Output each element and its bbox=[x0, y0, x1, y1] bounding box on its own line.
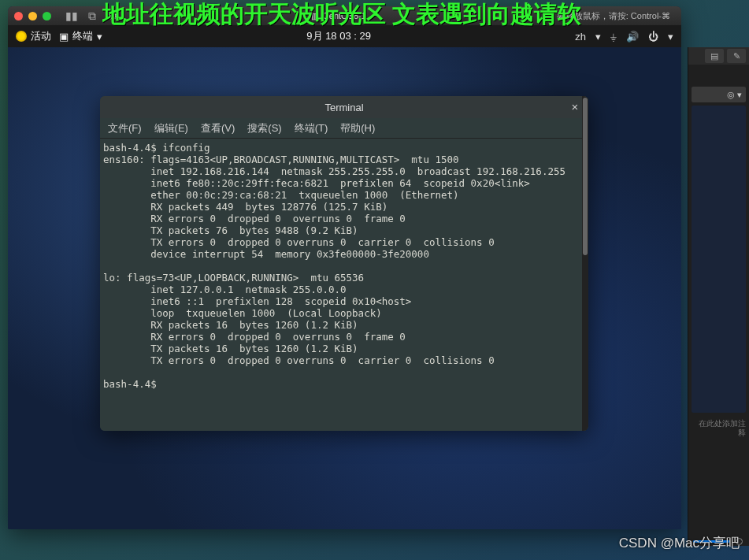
panel-tool-2[interactable]: ✎ bbox=[727, 49, 746, 63]
zoom-icon[interactable] bbox=[43, 12, 51, 20]
close-icon[interactable] bbox=[14, 12, 23, 20]
app-menu-label: 终端 bbox=[72, 29, 93, 43]
terminal-menubar: 文件(F) 编辑(E) 查看(V) 搜索(S) 终端(T) 帮助(H) bbox=[100, 118, 588, 139]
panel-select-label: ◎ ▾ bbox=[727, 90, 742, 100]
terminal-app-icon: ▣ bbox=[59, 31, 69, 43]
release-hint: 要释放鼠标，请按: Control-⌘ bbox=[557, 10, 675, 22]
scrollbar-thumb[interactable] bbox=[583, 98, 588, 255]
menu-help[interactable]: 帮助(H) bbox=[340, 121, 375, 135]
clock[interactable]: 9月 18 03 : 29 bbox=[112, 29, 565, 43]
disk-icon: ▥ bbox=[311, 11, 319, 21]
progress-indicator bbox=[736, 538, 743, 545]
pause-icon[interactable]: ▮▮ bbox=[64, 9, 80, 22]
progress-bar[interactable] bbox=[693, 540, 730, 543]
traffic-lights bbox=[14, 12, 51, 20]
activities-label: 活动 bbox=[31, 29, 51, 43]
terminal-titlebar[interactable]: Terminal × bbox=[100, 96, 588, 118]
chevron-down-icon: ▾ bbox=[668, 31, 673, 43]
close-icon: × bbox=[572, 100, 579, 113]
panel-comment-hint[interactable]: 在此处添加注释 bbox=[688, 416, 749, 441]
terminal-title: Terminal bbox=[324, 102, 363, 113]
input-lang[interactable]: zh bbox=[575, 31, 586, 43]
vm-title-text: CentOS8-1 bbox=[323, 11, 366, 20]
network-icon[interactable]: ⏚ bbox=[610, 31, 617, 43]
menu-edit[interactable]: 编辑(E) bbox=[154, 121, 188, 135]
menu-terminal[interactable]: 终端(T) bbox=[295, 121, 328, 135]
vm-window: ▮▮ ⧉ ⚙ ▥ CentOS8-1 要释放鼠标，请按: Control-⌘ 活… bbox=[8, 6, 681, 529]
chevron-down-icon: ▾ bbox=[97, 31, 102, 43]
terminal-window: Terminal × 文件(F) 编辑(E) 查看(V) 搜索(S) 终端(T)… bbox=[100, 96, 588, 431]
panel-tool-1[interactable]: ▤ bbox=[705, 49, 724, 63]
panel-thumbnail[interactable] bbox=[692, 106, 746, 413]
panel-select[interactable]: ◎ ▾ bbox=[692, 87, 746, 102]
volume-icon[interactable]: 🔊 bbox=[626, 31, 639, 43]
menu-search[interactable]: 搜索(S) bbox=[247, 121, 281, 135]
terminal-output[interactable]: bash-4.4$ ifconfig ens160: flags=4163<UP… bbox=[100, 139, 588, 431]
activities-button[interactable]: 活动 bbox=[16, 29, 51, 43]
settings-icon[interactable]: ⚙ bbox=[105, 9, 121, 22]
host-side-panel: ▤ ✎ ◎ ▾ 在此处添加注释 bbox=[688, 47, 749, 546]
panel-toolbar: ▤ ✎ bbox=[688, 47, 749, 65]
mac-titlebar: ▮▮ ⧉ ⚙ ▥ CentOS8-1 要释放鼠标，请按: Control-⌘ bbox=[8, 6, 681, 25]
power-icon[interactable]: ⏻ bbox=[648, 31, 658, 43]
terminal-scrollbar[interactable] bbox=[582, 96, 588, 431]
menu-file[interactable]: 文件(F) bbox=[108, 121, 142, 135]
activities-icon bbox=[16, 31, 27, 42]
vm-title: ▥ CentOS8-1 bbox=[311, 11, 366, 21]
gnome-topbar: 活动 ▣ 终端 ▾ 9月 18 03 : 29 zh ▾ ⏚ 🔊 ⏻ ▾ bbox=[8, 25, 681, 47]
chevron-down-icon: ▾ bbox=[595, 31, 601, 43]
snapshot-icon[interactable]: ⧉ bbox=[84, 9, 100, 22]
minimize-icon[interactable] bbox=[28, 12, 37, 20]
app-menu[interactable]: ▣ 终端 ▾ bbox=[59, 29, 102, 43]
close-button[interactable]: × bbox=[568, 100, 582, 114]
menu-view[interactable]: 查看(V) bbox=[201, 121, 235, 135]
